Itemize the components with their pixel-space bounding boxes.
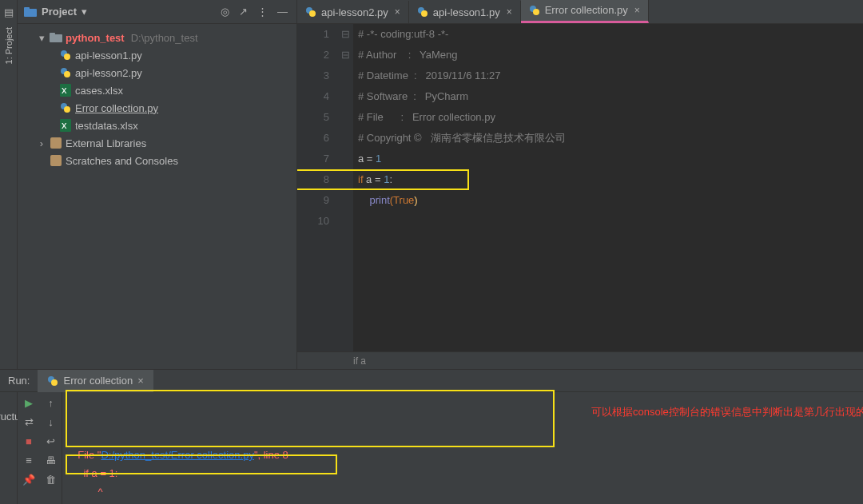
stop-icon[interactable]: ■ <box>22 434 36 448</box>
caret-down-icon[interactable]: ▾ <box>37 32 46 44</box>
up-icon[interactable]: ↑ <box>44 395 58 410</box>
tab-label: api-lesson1.py <box>433 6 500 18</box>
console-caret-line: ^ <box>72 486 103 498</box>
tree-label: Scratches and Consoles <box>66 155 178 167</box>
chevron-down-icon[interactable]: ▾ <box>82 6 87 18</box>
file-row[interactable]: api-lesson2.py <box>18 64 296 81</box>
caret-icon[interactable]: › <box>37 137 46 149</box>
collapse-all-icon[interactable]: ↗ <box>237 6 250 18</box>
project-root-row[interactable]: ▾ python_test D:\python_test <box>18 29 296 46</box>
svg-rect-3 <box>50 33 55 36</box>
close-icon[interactable]: × <box>137 375 144 387</box>
print-icon[interactable]: 🖶 <box>44 453 58 467</box>
code-line[interactable]: print(True) <box>358 190 863 211</box>
highlight-box-traceback <box>66 390 555 447</box>
svg-point-7 <box>64 71 70 77</box>
stepover-icon[interactable]: ⇄ <box>22 415 36 429</box>
svg-point-19 <box>421 10 428 17</box>
gear-icon[interactable]: — <box>275 6 290 18</box>
file-name: Error collection.py <box>75 102 158 114</box>
svg-point-21 <box>533 9 539 15</box>
line-number: 5 <box>297 107 329 128</box>
console-file-link[interactable]: D:/python_test/Error collection.py <box>101 449 253 461</box>
file-row[interactable]: x testdatas.xlsx <box>18 117 296 134</box>
project-tool-tab[interactable]: 1: Project <box>4 24 14 67</box>
file-name: testdatas.xlsx <box>75 120 138 132</box>
code-line[interactable]: a = 1 <box>358 149 863 169</box>
editor-tab[interactable]: api-lesson1.py × <box>409 1 521 23</box>
target-icon[interactable]: ◎ <box>218 6 232 18</box>
editor-tab[interactable]: api-lesson2.py × <box>297 1 409 23</box>
run-panel-header: Run: Error collection × <box>0 370 863 392</box>
code-line[interactable]: if a = 1: <box>358 169 863 190</box>
tool-window-bar-left-lower: 7: Structure <box>0 392 18 504</box>
close-icon[interactable]: × <box>395 6 400 18</box>
project-tree[interactable]: ▾ python_test D:\python_test api-lesson1… <box>18 24 296 174</box>
run-icon[interactable]: ▶ <box>22 395 36 410</box>
collapse-icon[interactable]: ▤ <box>3 6 14 18</box>
fold-marker[interactable]: ⊟ <box>337 45 353 65</box>
py-file-icon <box>59 49 72 62</box>
code-line[interactable]: # Software : PyCharm <box>358 86 863 107</box>
file-name: api-lesson1.py <box>75 50 142 62</box>
softwrap-icon[interactable]: ↩ <box>44 434 58 448</box>
svg-rect-15 <box>50 155 62 166</box>
project-view-title[interactable]: Project <box>42 6 77 18</box>
down-icon[interactable]: ↓ <box>44 415 58 429</box>
svg-point-17 <box>309 10 316 17</box>
line-number: 2 <box>297 45 329 65</box>
file-row[interactable]: api-lesson1.py <box>18 46 296 64</box>
project-sidebar: Project ▾ ◎ ↗ ⋮ — ▾ python_test D:\pytho… <box>18 0 297 369</box>
svg-point-11 <box>64 106 70 113</box>
code-line[interactable]: # -*- coding:utf-8 -*- <box>358 24 863 45</box>
run-panel: Run: Error collection × 7: Structure ▶ ⇄… <box>0 369 863 504</box>
code-line[interactable]: # Author : YaMeng <box>358 45 863 65</box>
file-row[interactable]: x cases.xlsx <box>18 81 296 99</box>
run-toolbar-primary: ▶ ⇄ ■ ≡ 📌 <box>18 392 40 504</box>
python-icon <box>305 6 316 18</box>
run-config-name: Error collection <box>63 375 133 387</box>
fold-marker[interactable]: ⊟ <box>337 24 353 45</box>
python-icon <box>529 5 540 16</box>
console-file-suffix: ", line 8 <box>254 449 288 461</box>
tab-label: Error collection.py <box>545 4 628 16</box>
folder-icon <box>24 6 37 18</box>
console-source-line: if a = 1: <box>72 467 117 479</box>
code-line[interactable]: # Copyright © 湖南省零檬信息技术有限公司 <box>358 128 863 149</box>
pin-icon[interactable]: 📌 <box>22 472 36 486</box>
run-config-tab[interactable]: Error collection × <box>38 370 153 392</box>
file-row[interactable]: Error collection.py <box>18 99 296 117</box>
tree-row[interactable]: Scratches and Consoles <box>18 152 296 169</box>
divider-icon: ⋮ <box>255 6 270 18</box>
line-number: 4 <box>297 86 329 107</box>
console-file-prefix: File " <box>72 449 101 461</box>
code-line[interactable]: # File : Error collection.py <box>358 107 863 128</box>
layout-icon[interactable]: ≡ <box>22 453 36 467</box>
code-area[interactable]: 12345678910 ⊟⊟ # -*- coding:utf-8 -*-# A… <box>297 24 863 351</box>
svg-text:x: x <box>62 119 67 131</box>
xlsx-file-icon: x <box>59 119 72 132</box>
python-icon <box>417 6 428 18</box>
code-content[interactable]: # -*- coding:utf-8 -*-# Author : YaMeng#… <box>353 24 863 351</box>
tree-row[interactable]: › External Libraries <box>18 134 296 152</box>
editor-area: api-lesson2.py × api-lesson1.py × Error … <box>297 0 863 369</box>
library-icon <box>50 137 62 149</box>
py-file-icon <box>59 66 72 79</box>
close-icon[interactable]: × <box>634 5 640 16</box>
tree-label: External Libraries <box>66 137 146 149</box>
line-number: 10 <box>297 211 329 232</box>
fold-gutter: ⊟⊟ <box>337 24 353 351</box>
tab-label: api-lesson2.py <box>321 6 388 18</box>
clear-icon[interactable]: 🗑 <box>44 472 58 486</box>
project-root-name: python_test <box>66 32 125 44</box>
file-name: cases.xlsx <box>75 85 123 97</box>
run-label: Run: <box>0 375 38 387</box>
line-number: 1 <box>297 24 329 45</box>
close-icon[interactable]: × <box>507 6 512 18</box>
code-line[interactable]: # Datetime : 2019/11/6 11:27 <box>358 65 863 86</box>
editor-tab[interactable]: Error collection.py × <box>521 0 649 23</box>
console-output[interactable]: File "D:/python_test/Error collection.py… <box>62 392 863 504</box>
breadcrumb-bar[interactable]: if a <box>297 351 863 369</box>
line-number: 6 <box>297 128 329 149</box>
line-number: 3 <box>297 65 329 86</box>
